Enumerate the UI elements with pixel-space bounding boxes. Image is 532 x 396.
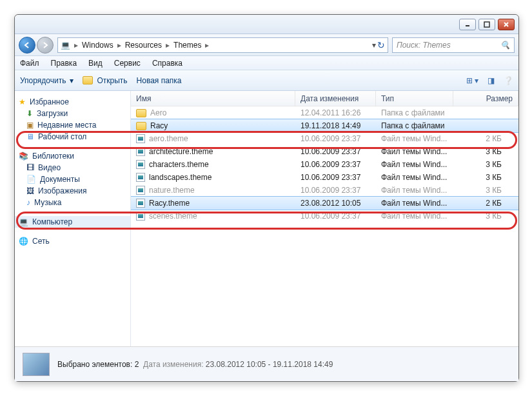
nav-bar: 💻 ▸ Windows ▸ Resources ▸ Themes ▸ ▾ ↻ П… [15,34,518,56]
preview-pane-icon[interactable]: ◨ [488,76,495,85]
file-date: 19.11.2018 14:49 [295,121,376,130]
file-name: scenes.theme [149,212,197,221]
menu-edit[interactable]: Правка [51,59,77,68]
help-icon[interactable]: ❔ [504,76,513,85]
menu-view[interactable]: Вид [88,59,103,68]
file-type: Файл темы Wind... [376,160,453,169]
file-date: 10.06.2009 23:37 [295,186,376,195]
sidebar-favorites-header[interactable]: ★Избранное [15,96,130,108]
new-folder-button[interactable]: Новая папка [137,76,182,85]
file-date: 10.06.2009 23:37 [295,147,376,156]
minimize-button[interactable] [459,19,476,30]
chevron-right-icon[interactable]: ▸ [166,41,170,50]
sidebar-item-desktop[interactable]: 🖥Рабочий стол [15,131,130,143]
file-size: 2 КБ [453,134,518,143]
sidebar-item-recent[interactable]: ▣Недавние места [15,119,130,131]
sidebar-item-images[interactable]: 🖼Изображения [15,185,130,197]
search-icon[interactable]: 🔍 [500,41,510,50]
music-icon: ♪ [26,198,30,207]
theme-file-icon [136,186,145,195]
star-icon: ★ [19,97,26,106]
chevron-right-icon[interactable]: ▸ [205,41,209,50]
file-size: 2 КБ [453,199,518,208]
chevron-right-icon[interactable]: ▸ [117,41,121,50]
file-type: Файл темы Wind... [376,134,453,143]
file-type: Файл темы Wind... [376,147,453,156]
file-type: Папка с файлами [376,121,453,130]
folder-icon [83,76,93,84]
chevron-down-icon[interactable]: ▾ [372,41,376,50]
file-size: 3 КБ [453,173,518,182]
column-name[interactable]: Имя [131,91,295,106]
open-button[interactable]: Открыть [83,76,127,85]
thumbnail-icon [23,353,50,376]
file-name: Racy.theme [149,199,190,208]
file-name: aero.theme [149,134,188,143]
column-type[interactable]: Тип [376,91,453,106]
view-options-icon[interactable]: ⊞ ▾ [466,76,478,85]
file-date: 23.08.2012 10:05 [295,199,376,208]
status-date-range: 23.08.2012 10:05 - 19.11.2018 14:49 [206,360,333,369]
video-icon: 🎞 [26,163,34,172]
computer-icon: 💻 [61,41,70,50]
sidebar-item-downloads[interactable]: ⬇Загрузки [15,108,130,119]
menu-bar: Файл Правка Вид Сервис Справка [15,56,518,70]
column-size[interactable]: Размер [453,91,518,106]
file-name: characters.theme [149,160,209,169]
theme-file-icon [136,147,145,156]
close-button[interactable] [498,19,515,30]
file-row[interactable]: architecture.theme10.06.2009 23:37Файл т… [131,145,518,158]
chevron-right-icon[interactable]: ▸ [74,41,78,50]
file-row[interactable]: Racy19.11.2018 14:49Папка с файлами [131,119,518,132]
file-type: Файл темы Wind... [376,199,453,208]
file-size: 3 КБ [453,186,518,195]
file-name: nature.theme [149,186,195,195]
file-size: 3 КБ [453,147,518,156]
chevron-down-icon: ▾ [70,76,74,85]
file-row[interactable]: Racy.theme23.08.2012 10:05Файл темы Wind… [131,197,518,210]
file-size: 3 КБ [453,160,518,169]
forward-button[interactable] [37,37,54,54]
file-size: 3 КБ [453,212,518,221]
menu-file[interactable]: Файл [20,59,39,68]
theme-file-icon [136,160,145,169]
sidebar-item-documents[interactable]: 📄Документы [15,173,130,185]
maximize-button[interactable] [478,19,495,30]
recent-icon: ▣ [26,121,34,130]
back-button[interactable] [19,37,35,54]
search-placeholder: Поиск: Themes [397,41,451,50]
sidebar-libraries-header[interactable]: 📚Библиотеки [15,150,130,162]
desktop-icon: 🖥 [26,132,34,141]
sidebar-item-video[interactable]: 🎞Видео [15,162,130,173]
titlebar[interactable] [15,15,518,34]
file-date: 12.04.2011 16:26 [295,108,376,117]
file-date: 10.06.2009 23:37 [295,173,376,182]
file-date: 10.06.2009 23:37 [295,212,376,221]
refresh-icon[interactable]: ↻ [377,40,385,50]
theme-file-icon [136,212,145,221]
file-list: Имя Дата изменения Тип Размер Aero12.04.… [131,91,518,346]
file-type: Файл темы Wind... [376,186,453,195]
menu-tools[interactable]: Сервис [114,59,141,68]
file-row[interactable]: landscapes.theme10.06.2009 23:37Файл тем… [131,171,518,184]
column-date[interactable]: Дата изменения [295,91,376,106]
sidebar-item-music[interactable]: ♪Музыка [15,197,130,208]
file-row[interactable]: Aero12.04.2011 16:26Папка с файлами [131,106,518,119]
organize-button[interactable]: Упорядочить▾ [20,76,74,85]
file-row[interactable]: scenes.theme10.06.2009 23:37Файл темы Wi… [131,210,518,223]
menu-help[interactable]: Справка [152,59,182,68]
file-row[interactable]: nature.theme10.06.2009 23:37Файл темы Wi… [131,184,518,197]
breadcrumb-item[interactable]: Windows [82,41,113,50]
folder-icon [136,109,146,117]
address-bar[interactable]: 💻 ▸ Windows ▸ Resources ▸ Themes ▸ ▾ ↻ [57,37,388,53]
sidebar-item-network[interactable]: 🌐Сеть [15,235,130,247]
search-input[interactable]: Поиск: Themes 🔍 [392,37,515,53]
sidebar-item-computer[interactable]: 💻Компьютер [15,216,130,228]
breadcrumb-item[interactable]: Resources [125,41,162,50]
breadcrumb-item[interactable]: Themes [173,41,201,50]
file-row[interactable]: characters.theme10.06.2009 23:37Файл тем… [131,158,518,171]
file-row[interactable]: aero.theme10.06.2009 23:37Файл темы Wind… [131,132,518,145]
sidebar: ★Избранное ⬇Загрузки ▣Недавние места 🖥Ра… [15,91,131,346]
file-name: landscapes.theme [149,173,212,182]
theme-file-icon [136,199,145,208]
